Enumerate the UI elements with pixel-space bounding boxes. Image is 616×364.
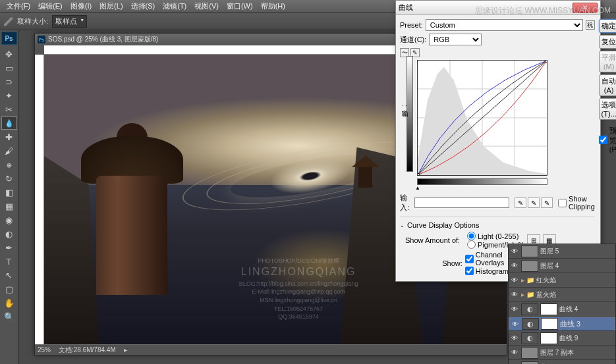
mask-thumb: [541, 318, 558, 330]
layer-name: 图层 7 副本: [540, 348, 574, 357]
menu-layer[interactable]: 图层(L): [96, 1, 126, 11]
eraser-tool[interactable]: ◧: [1, 186, 17, 199]
preview-checkbox[interactable]: 预览(P): [599, 126, 616, 153]
menu-file[interactable]: 文件(F): [3, 1, 34, 11]
input-gradient: [417, 178, 547, 185]
move-tool[interactable]: ✥: [1, 47, 17, 61]
toolbox: Ps ✥ ▭ ⊃ ✦ ✂ 💧 ✚ 🖌 ⎈ ↻ ◧ ▦ ◉ ◐ ✒ T ↖ ▢ ✋…: [0, 30, 18, 364]
statusbar-arrow-icon[interactable]: ▸: [124, 346, 127, 353]
layer-name: 图层 4: [540, 261, 559, 271]
menu-image[interactable]: 图像(I): [67, 1, 96, 11]
type-tool[interactable]: T: [1, 255, 17, 268]
pen-tool[interactable]: ✒: [1, 241, 17, 254]
display-options-toggle[interactable]: ⌄Curve Display Options: [400, 221, 595, 229]
options-button[interactable]: 选项(T)...: [599, 98, 616, 120]
menu-window[interactable]: 窗口(W): [223, 1, 257, 11]
curve-graph[interactable]: [417, 60, 547, 176]
smooth-button: 平滑(M): [599, 51, 616, 72]
heal-tool[interactable]: ✚: [1, 130, 17, 143]
adjustment-icon: ◐: [521, 303, 538, 315]
visibility-icon[interactable]: 👁: [510, 247, 519, 256]
input-label: 输入:: [400, 193, 409, 213]
dodge-tool[interactable]: ◐: [1, 227, 17, 240]
layer-thumb: [521, 260, 538, 272]
path-tool[interactable]: ↖: [1, 269, 17, 282]
visibility-icon[interactable]: 👁: [511, 319, 520, 328]
preset-select[interactable]: Custom: [426, 19, 583, 31]
zoom-level[interactable]: 25%: [38, 346, 51, 353]
black-point-eyedropper[interactable]: ✎: [515, 197, 526, 208]
wand-tool[interactable]: ✦: [1, 89, 17, 102]
layer-row[interactable]: 👁图层 7 副本: [509, 346, 615, 360]
auto-button[interactable]: 自动(A): [599, 74, 616, 96]
input-field[interactable]: [414, 197, 509, 208]
eyedropper-icon: [4, 17, 13, 26]
history-brush-tool[interactable]: ↻: [1, 172, 17, 185]
layer-row[interactable]: 👁◐曲线 3: [509, 317, 615, 331]
layer-thumb: [521, 361, 538, 365]
layer-thumb: [521, 347, 538, 359]
document-title: SOS.psd @ 25% (曲线 3, 图层蒙版/8): [48, 35, 158, 44]
menu-help[interactable]: 帮助(H): [257, 1, 289, 11]
gray-point-eyedropper[interactable]: ✎: [528, 197, 540, 208]
folder-icon: ▸ 📁: [521, 276, 534, 284]
ruler-vertical[interactable]: [35, 55, 44, 344]
output-gradient: [406, 56, 413, 172]
zoom-tool[interactable]: 🔍: [1, 310, 17, 323]
layer-row[interactable]: 👁▸ 📁蓝火焰: [509, 288, 615, 302]
channel-select[interactable]: RGB: [429, 34, 482, 45]
visibility-icon[interactable]: 👁: [510, 261, 519, 271]
visibility-icon[interactable]: 👁: [510, 348, 519, 357]
menu-view[interactable]: 视图(V): [190, 1, 223, 11]
layer-row[interactable]: 👁◐曲线 9: [509, 331, 615, 346]
folder-icon: ▸ 📁: [521, 291, 534, 298]
eyedropper-tool[interactable]: 💧: [1, 117, 17, 130]
layer-row[interactable]: 👁图层 4: [509, 259, 615, 273]
stamp-tool[interactable]: ⎈: [1, 158, 17, 171]
sample-size-select[interactable]: 取样点: [52, 15, 87, 28]
gradient-tool[interactable]: ▦: [1, 199, 17, 213]
shape-tool[interactable]: ▢: [1, 282, 17, 296]
white-point-eyedropper[interactable]: ✎: [541, 197, 553, 208]
adjustment-icon: ◐: [521, 332, 538, 344]
hand-tool[interactable]: ✋: [1, 296, 17, 309]
brush-tool[interactable]: 🖌: [1, 144, 17, 157]
visibility-icon[interactable]: 👁: [510, 290, 519, 299]
ps-logo-icon: Ps: [1, 32, 17, 45]
layer-name: 蓝火焰: [536, 290, 556, 299]
artwork-watermark: PHOTOSHOP/DESIGN/妆效师 LINGZHONGQIANG BLOG…: [183, 257, 414, 321]
mask-thumb: [540, 303, 557, 315]
visibility-icon[interactable]: 👁: [510, 305, 519, 314]
layer-row[interactable]: 👁◐曲线 4: [509, 302, 615, 317]
ok-button[interactable]: 确定: [599, 19, 616, 33]
show-amount-label: Show Amount of:: [405, 236, 464, 244]
layer-name: 图层 5: [540, 247, 559, 256]
menu-select[interactable]: 选择(S): [127, 1, 159, 11]
layer-name: 曲线 4: [559, 305, 578, 314]
show-label: Show:: [405, 259, 462, 267]
preset-menu-icon[interactable]: 祝: [586, 20, 595, 30]
show-clipping-checkbox[interactable]: Show Clipping: [558, 195, 595, 211]
light-radio[interactable]: Light (0-255): [467, 232, 524, 240]
cancel-button[interactable]: 复位: [599, 35, 616, 49]
layer-name: 曲线 3: [560, 319, 580, 329]
blur-tool[interactable]: ◉: [1, 213, 17, 226]
menu-edit[interactable]: 编辑(E): [34, 1, 67, 11]
layer-row[interactable]: 👁图层 5: [509, 244, 615, 259]
site-watermark: 思缘设计论坛 WWW.MISSYUAN.COM: [475, 5, 611, 16]
preset-label: Preset:: [400, 21, 423, 29]
marquee-tool[interactable]: ▭: [1, 61, 17, 74]
layer-row[interactable]: 👁▸ 📁红火焰: [509, 273, 615, 288]
visibility-icon[interactable]: 👁: [510, 334, 519, 343]
menu-filter[interactable]: 滤镜(T): [159, 1, 190, 11]
layer-row[interactable]: 👁背景: [509, 360, 615, 364]
statusbar: 25% 文档:28.6M/784.4M ▸: [35, 344, 507, 355]
crop-tool[interactable]: ✂: [1, 103, 17, 116]
layer-name: 红火焰: [536, 276, 556, 285]
channel-label: 通道(C):: [400, 35, 426, 45]
ps-doc-icon: Ps: [38, 36, 45, 43]
lasso-tool[interactable]: ⊃: [1, 75, 17, 88]
layers-panel: 👁图层 5👁图层 4👁▸ 📁红火焰👁▸ 📁蓝火焰👁◐曲线 4👁◐曲线 3👁◐曲线…: [508, 244, 616, 364]
visibility-icon[interactable]: 👁: [510, 276, 519, 285]
adjustment-icon: ◐: [522, 318, 539, 330]
